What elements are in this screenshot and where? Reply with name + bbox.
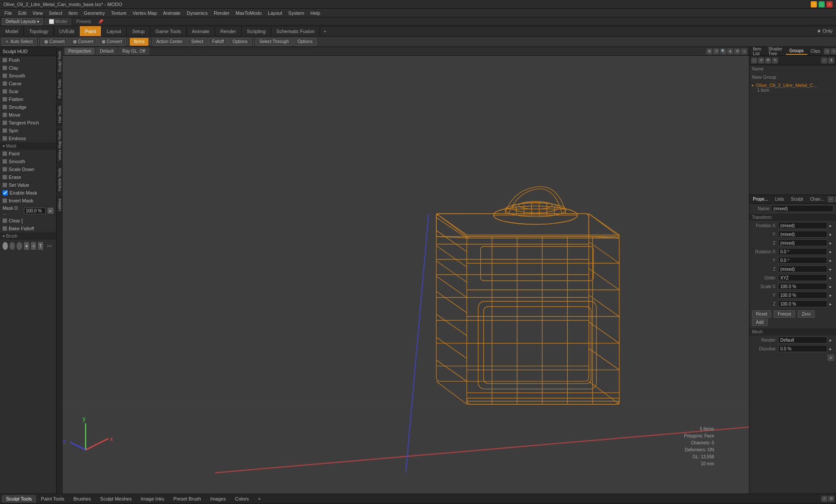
options-btn-1[interactable]: Options: [229, 38, 251, 46]
menu-file[interactable]: File: [2, 10, 15, 17]
falloff-btn[interactable]: Falloff: [208, 38, 228, 46]
bt-paint-tools[interactable]: Paint Tools: [37, 495, 69, 503]
rot-z-value[interactable]: (mixed): [778, 265, 827, 272]
menu-geometry[interactable]: Geometry: [81, 10, 107, 17]
brush-circle-3[interactable]: [17, 242, 22, 250]
tool-emboss[interactable]: Emboss: [0, 134, 56, 142]
order-value[interactable]: XYZ: [778, 274, 827, 281]
menu-edit[interactable]: Edit: [16, 10, 29, 17]
pos-y-expand[interactable]: ▸: [827, 231, 833, 237]
mask-opacity-input[interactable]: [24, 208, 46, 214]
tool-scar[interactable]: Scar: [0, 87, 56, 95]
maximize-button[interactable]: □: [819, 1, 825, 7]
tool-spin[interactable]: Spin: [0, 127, 56, 134]
props-tab-lists[interactable]: Lists: [772, 196, 788, 202]
menu-system[interactable]: System: [286, 10, 307, 17]
bt-add[interactable]: +: [254, 495, 265, 503]
props-tab-sculpt[interactable]: Sculpt: [788, 196, 807, 202]
rp-tab-groups[interactable]: Groups: [786, 47, 807, 55]
convert-btn-1[interactable]: Convert: [40, 38, 68, 46]
tab-model[interactable]: Model: [0, 26, 24, 36]
menu-select[interactable]: Select: [46, 10, 65, 17]
tool-set-value[interactable]: Set Value: [0, 181, 56, 189]
side-tab-utilities[interactable]: Utilities: [56, 195, 63, 215]
props-icon-2[interactable]: +: [835, 196, 836, 202]
mask-smooth[interactable]: Smooth: [0, 158, 56, 165]
rp-icon-2[interactable]: +: [831, 48, 836, 54]
add-btn[interactable]: Add: [752, 319, 768, 326]
name-value[interactable]: (mixed): [771, 205, 833, 212]
viewport-canvas[interactable]: x y z 5 Items Polygons: Face Channels: 0…: [63, 56, 749, 494]
brush-text[interactable]: T: [38, 242, 43, 250]
rp-action-2[interactable]: ↺: [758, 57, 764, 64]
select-through-btn[interactable]: Select Through: [256, 38, 293, 46]
brush-diamond[interactable]: ✧: [31, 242, 36, 250]
zero-btn[interactable]: Zero: [798, 310, 815, 318]
convert-btn-3[interactable]: Convert: [98, 38, 126, 46]
tab-animate[interactable]: Animate: [187, 26, 215, 36]
menu-item[interactable]: Item: [66, 10, 80, 17]
rp-icon-1[interactable]: ◁: [824, 48, 830, 54]
clear-mask[interactable]: Clear [: [0, 217, 56, 225]
rot-y-expand[interactable]: ▸: [827, 257, 833, 263]
mask-scale-down[interactable]: Scale Down: [0, 165, 56, 173]
scale-z-expand[interactable]: ▸: [827, 301, 833, 307]
viewport-mode-btn[interactable]: Perspective: [64, 47, 95, 55]
bt-sculpt-tools[interactable]: Sculpt Tools: [2, 495, 36, 503]
tool-push[interactable]: Push: [0, 56, 56, 64]
bake-falloff[interactable]: Bake Falloff: [0, 225, 56, 232]
rp-tab-clips[interactable]: Clips: [807, 48, 824, 54]
tool-erase[interactable]: Erase: [0, 173, 56, 181]
viewport-icon-2[interactable]: ↺: [713, 48, 719, 54]
tab-paint[interactable]: Paint: [80, 26, 101, 36]
side-tab-particle[interactable]: Particle Tools: [56, 164, 63, 195]
rot-y-value[interactable]: 0.0 °: [778, 257, 827, 264]
rp-action-3[interactable]: 👁: [765, 57, 771, 64]
viewport-raygl-btn[interactable]: Ray GL: Off: [118, 47, 149, 55]
menu-vertexmap[interactable]: Vertex Map: [130, 10, 160, 17]
tool-tangent-pinch[interactable]: Tangent Pinch: [0, 119, 56, 127]
scale-z-value[interactable]: 100.0 %: [778, 300, 827, 307]
tool-clay[interactable]: Clay: [0, 64, 56, 72]
viewport-icon-4[interactable]: ◈: [727, 48, 733, 54]
auto-select-btn[interactable]: ↖ Auto Select: [2, 38, 37, 46]
props-tab-channels[interactable]: Chan...: [806, 196, 827, 202]
bt-colors[interactable]: Colors: [231, 495, 253, 503]
menu-animate[interactable]: Animate: [160, 10, 183, 17]
rp-action-1[interactable]: □: [751, 57, 757, 64]
viewport-icon-1[interactable]: ⊞: [706, 48, 712, 54]
rot-z-expand[interactable]: ▸: [827, 266, 833, 272]
tab-game-tools[interactable]: Game Tools: [150, 26, 187, 36]
menu-view[interactable]: View: [30, 10, 46, 17]
action-center-btn[interactable]: Action Center: [152, 38, 187, 46]
viewport-icon-6[interactable]: ◁: [741, 48, 747, 54]
tab-scripting[interactable]: Scripting: [242, 26, 271, 36]
default-layouts-btn[interactable]: Default Layouts ▾: [2, 18, 43, 25]
bt-preset-brush[interactable]: Preset Brush: [169, 495, 206, 503]
menu-texture[interactable]: Texture: [108, 10, 129, 17]
minimize-button[interactable]: −: [811, 1, 817, 7]
rp-tab-shader-tree[interactable]: Shader Tree: [765, 47, 785, 57]
brush-star[interactable]: ✦: [24, 242, 29, 250]
tab-layout[interactable]: Layout: [101, 26, 127, 36]
brush-circle-2[interactable]: [10, 242, 15, 250]
side-tab-vertex-map[interactable]: Vertex Map Tools: [56, 127, 63, 164]
mask-opacity-arrow[interactable]: ▸: [47, 208, 54, 214]
menu-maxtomodo[interactable]: MaxToModo: [233, 10, 264, 17]
add-tab-button[interactable]: +: [320, 27, 330, 36]
tab-schematic[interactable]: Schematic Fusion: [271, 26, 320, 36]
rp-icon-right-1[interactable]: ↔: [821, 57, 827, 64]
order-expand[interactable]: ▸: [827, 275, 833, 281]
scale-x-expand[interactable]: ▸: [827, 283, 833, 289]
enable-mask-checkbox[interactable]: Enable Mask: [0, 189, 56, 197]
options-btn-2[interactable]: Options: [293, 38, 316, 46]
convert-btn-2[interactable]: Convert: [69, 38, 97, 46]
expand-right-btn[interactable]: >: [827, 354, 834, 361]
bt-icon-settings[interactable]: ⚙: [828, 496, 834, 502]
bt-sculpt-meshes[interactable]: Sculpt Meshes: [96, 495, 136, 503]
reset-btn[interactable]: Reset: [752, 310, 771, 318]
props-icon-1[interactable]: ↔: [828, 196, 834, 202]
tool-move[interactable]: Move: [0, 111, 56, 119]
menu-layout[interactable]: Layout: [265, 10, 285, 17]
menu-render[interactable]: Render: [211, 10, 232, 17]
